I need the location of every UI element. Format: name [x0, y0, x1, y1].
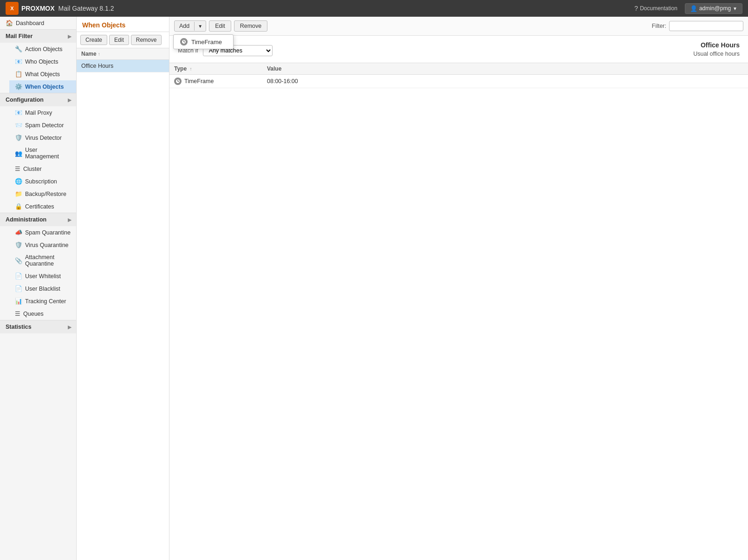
main-content: When Objects Create Edit Remove Name ↑ O… — [77, 17, 748, 560]
value-cell: 08:00-16:00 — [267, 78, 743, 85]
when-objects-icon: ⚙️ — [15, 83, 22, 90]
sidebar-section-mail-filter[interactable]: Mail Filter ▶ — [0, 29, 76, 43]
content-area: When Objects Create Edit Remove Name ↑ O… — [77, 17, 748, 560]
dashboard-icon: 🏠 — [6, 20, 13, 26]
topbar-right: ? Documentation 👤 admin@pmg ▼ — [634, 3, 742, 14]
sidebar-item-backup-restore[interactable]: 📁 Backup/Restore — [9, 188, 76, 200]
sidebar-config-sub: 📧 Mail Proxy 📨 Spam Detector 🛡️ Virus De… — [0, 106, 76, 213]
user-management-icon: 👥 — [15, 150, 22, 157]
sidebar-item-virus-detector[interactable]: 🛡️ Virus Detector — [9, 131, 76, 144]
type-cell: TimeFrame — [174, 78, 267, 85]
chevron-icon: ▶ — [68, 34, 72, 39]
what-objects-icon: 📋 — [15, 71, 22, 78]
sidebar-item-attachment-quarantine[interactable]: 📎 Attachment Quarantine — [9, 251, 76, 270]
subscription-icon: 🌐 — [15, 178, 22, 185]
col-value-header: Value — [267, 65, 743, 72]
list-panel: When Objects Create Edit Remove Name ↑ O… — [77, 17, 169, 560]
filter-label: Filter: — [652, 23, 666, 29]
sidebar-item-what-objects[interactable]: 📋 What Objects — [9, 68, 76, 80]
type-value-table: Type ↑ Value — [169, 63, 748, 560]
detail-description: Usual office hours — [693, 51, 740, 57]
sidebar-item-virus-quarantine[interactable]: 🛡️ Virus Quarantine — [9, 239, 76, 251]
type-table-header: Type ↑ Value — [169, 63, 748, 75]
svg-line-4 — [184, 42, 185, 42]
sidebar-item-user-management[interactable]: 👥 User Management — [9, 144, 76, 163]
add-dropdown-arrow[interactable]: ▼ — [194, 22, 206, 31]
svg-text:X: X — [10, 6, 14, 11]
sidebar-item-who-objects[interactable]: 📧 Who Objects — [9, 55, 76, 68]
chevron-icon-stats: ▶ — [68, 325, 72, 330]
sidebar-item-subscription[interactable]: 🌐 Subscription — [9, 175, 76, 188]
detail-right: Office Hours Usual office hours — [693, 41, 740, 57]
sidebar-item-tracking-center[interactable]: 📊 Tracking Center — [9, 295, 76, 307]
queues-icon: ☰ — [15, 310, 20, 317]
right-panel: Add ▼ Edit Remove — [169, 17, 748, 560]
sidebar-section-statistics[interactable]: Statistics ▶ — [0, 320, 76, 333]
list-table-header: Name ↑ — [77, 48, 169, 60]
sidebar: 🏠 Dashboard Mail Filter ▶ 🔧 Action Objec… — [0, 17, 77, 560]
chevron-down-icon: ▼ — [733, 6, 737, 11]
sidebar-item-user-whitelist[interactable]: 📄 User Whitelist — [9, 270, 76, 282]
documentation-link[interactable]: ? Documentation — [634, 5, 677, 12]
admin-button[interactable]: 👤 admin@pmg ▼ — [685, 3, 742, 14]
edit-button[interactable]: Edit — [209, 20, 231, 32]
user-icon: 👤 — [690, 5, 697, 12]
add-dropdown-menu: TimeFrame — [173, 34, 234, 49]
virus-detector-icon: 🛡️ — [15, 134, 22, 141]
topbar-title: Mail Gateway 8.1.2 — [59, 5, 114, 12]
list-panel-toolbar: Create Edit Remove — [77, 32, 169, 48]
proxmox-logo-icon: X — [6, 2, 19, 15]
create-button[interactable]: Create — [80, 35, 107, 45]
row-timeframe-icon — [174, 78, 182, 85]
sidebar-mail-filter-sub: 🔧 Action Objects 📧 Who Objects 📋 What Ob… — [0, 43, 76, 93]
filter-input[interactable] — [669, 21, 743, 31]
mail-proxy-icon: 📧 — [15, 109, 22, 116]
dropdown-item-timeframe[interactable]: TimeFrame — [174, 35, 233, 49]
backup-icon: 📁 — [15, 190, 22, 197]
brand-name: PROXMOX — [21, 5, 55, 12]
chevron-icon-admin: ▶ — [68, 217, 72, 222]
sidebar-item-spam-detector[interactable]: 📨 Spam Detector — [9, 119, 76, 131]
tracking-icon: 📊 — [15, 298, 22, 305]
sidebar-item-mail-proxy[interactable]: 📧 Mail Proxy — [9, 106, 76, 119]
list-table: Name ↑ Office Hours — [77, 48, 169, 560]
virus-quarantine-icon: 🛡️ — [15, 241, 22, 248]
sidebar-section-configuration[interactable]: Configuration ▶ — [0, 93, 76, 106]
certificates-icon: 🔒 — [15, 203, 22, 210]
timeframe-icon — [180, 38, 188, 46]
table-row[interactable]: TimeFrame 08:00-16:00 — [169, 75, 748, 88]
spam-detector-icon: 📨 — [15, 122, 22, 129]
sidebar-item-queues[interactable]: ☰ Queues — [9, 307, 76, 320]
add-label: Add — [175, 21, 194, 31]
topbar-logo: X PROXMOX — [6, 2, 55, 15]
action-objects-icon: 🔧 — [15, 46, 22, 52]
sidebar-item-cluster[interactable]: ☰ Cluster — [9, 163, 76, 175]
detail-name: Office Hours — [693, 41, 740, 49]
list-panel-title: When Objects — [77, 17, 169, 32]
chevron-icon-config: ▶ — [68, 98, 72, 103]
sidebar-item-user-blacklist[interactable]: 📄 User Blacklist — [9, 282, 76, 295]
sidebar-item-certificates[interactable]: 🔒 Certificates — [9, 200, 76, 213]
detail-area: Match if Any matches All match None matc… — [169, 36, 748, 63]
sidebar-item-action-objects[interactable]: 🔧 Action Objects — [9, 43, 76, 55]
svg-line-7 — [178, 81, 179, 82]
sort-arrow-type: ↑ — [189, 66, 192, 72]
remove-list-button[interactable]: Remove — [131, 35, 162, 45]
edit-list-button[interactable]: Edit — [109, 35, 129, 45]
topbar: X PROXMOX Mail Gateway 8.1.2 ? Documenta… — [0, 0, 748, 17]
sidebar-item-dashboard[interactable]: 🏠 Dashboard — [0, 17, 76, 29]
add-button[interactable]: Add ▼ — [174, 20, 206, 32]
col-type-header: Type ↑ — [174, 65, 267, 72]
remove-button[interactable]: Remove — [234, 20, 268, 32]
main-layout: 🏠 Dashboard Mail Filter ▶ 🔧 Action Objec… — [0, 17, 748, 560]
sidebar-item-spam-quarantine[interactable]: 📣 Spam Quarantine — [9, 226, 76, 239]
sidebar-section-administration[interactable]: Administration ▶ — [0, 213, 76, 226]
whitelist-icon: 📄 — [15, 273, 22, 280]
sidebar-admin-sub: 📣 Spam Quarantine 🛡️ Virus Quarantine 📎 … — [0, 226, 76, 320]
sidebar-item-when-objects[interactable]: ⚙️ When Objects — [9, 80, 76, 93]
right-toolbar: Add ▼ Edit Remove — [169, 17, 748, 36]
list-item[interactable]: Office Hours — [77, 60, 169, 72]
attachment-quarantine-icon: 📎 — [15, 257, 22, 264]
who-objects-icon: 📧 — [15, 58, 22, 65]
sort-arrow-name: ↑ — [98, 52, 100, 57]
